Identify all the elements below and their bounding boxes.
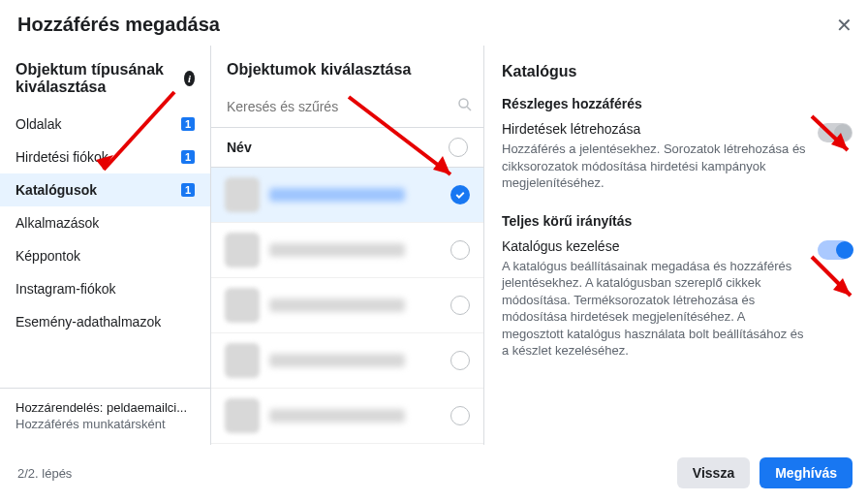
object-select-title: Objektumok kiválasztása — [211, 46, 483, 90]
row-checkbox[interactable] — [450, 296, 470, 315]
object-name — [269, 188, 405, 202]
row-checkbox[interactable] — [450, 240, 470, 260]
sidebar-item-pages[interactable]: Oldalak 1 — [0, 108, 210, 141]
object-row[interactable] — [211, 333, 483, 389]
object-thumb — [225, 398, 260, 433]
svg-line-1 — [467, 107, 471, 110]
sidebar-item-apps[interactable]: Alkalmazások — [0, 206, 210, 239]
sidebar-item-label: Hirdetési fiókok — [16, 149, 108, 165]
assignee-line: Hozzárendelés: peldaemailci... — [16, 400, 195, 415]
close-icon: ✕ — [836, 15, 852, 36]
object-name — [269, 243, 405, 257]
perm-manage-catalog-desc: A katalógus beállításainak megadása és h… — [502, 258, 806, 360]
sidebar-item-label: Oldalak — [16, 116, 61, 132]
object-row[interactable] — [211, 278, 483, 333]
perm-create-ads-desc: Hozzáférés a jelentésekhez. Sorozatok lé… — [502, 141, 806, 192]
sidebar-item-instagram[interactable]: Instagram-fiókok — [0, 272, 210, 305]
sidebar-item-label: Instagram-fiókok — [16, 281, 115, 297]
perm-manage-catalog-title: Katalógus kezelése — [502, 238, 806, 254]
row-checkbox[interactable] — [450, 351, 470, 370]
checkmark-icon — [450, 185, 470, 204]
full-control-header: Teljes körű irányítás — [502, 213, 852, 229]
object-type-panel: Objektum típusának kiválasztása i Oldala… — [0, 46, 211, 445]
partial-access-header: Részleges hozzáférés — [502, 96, 852, 111]
object-select-panel: Objektumok kiválasztása Név — [211, 46, 484, 445]
object-row[interactable] — [211, 168, 483, 223]
svg-point-0 — [459, 99, 468, 108]
object-name — [269, 354, 405, 367]
info-icon[interactable]: i — [184, 71, 195, 86]
sidebar-item-label: Alkalmazások — [16, 215, 99, 231]
sidebar-item-label: Esemény-adathalmazok — [16, 314, 161, 329]
count-badge: 1 — [181, 117, 195, 131]
object-thumb — [225, 233, 260, 267]
modal-title: Hozzáférés megadása — [17, 14, 220, 36]
step-indicator: 2/2. lépés — [17, 466, 72, 481]
assignment-summary: Hozzárendelés: peldaemailci... Hozzáféré… — [0, 388, 210, 445]
object-row[interactable] — [211, 223, 483, 278]
access-role-line: Hozzáférés munkatársként — [16, 417, 195, 431]
sidebar-item-label: Képpontok — [16, 248, 80, 264]
search-input[interactable] — [227, 99, 456, 114]
toggle-create-ads[interactable] — [818, 123, 852, 142]
object-name — [269, 298, 405, 312]
row-checkbox[interactable] — [450, 406, 470, 425]
toggle-manage-catalog[interactable] — [818, 240, 852, 260]
back-button[interactable]: Vissza — [677, 457, 750, 488]
object-row[interactable] — [211, 389, 483, 444]
object-thumb — [225, 343, 260, 378]
close-button[interactable]: ✕ — [836, 16, 852, 35]
search-icon — [456, 96, 474, 117]
object-thumb — [225, 177, 260, 212]
sidebar-item-label: Katalógusok — [16, 182, 97, 198]
permissions-panel: Katalógus Részleges hozzáférés Hirdetése… — [484, 46, 868, 445]
sidebar-item-event-datasets[interactable]: Esemény-adathalmazok — [0, 305, 210, 338]
count-badge: 1 — [181, 150, 195, 164]
select-all-checkbox[interactable] — [449, 138, 468, 157]
sidebar-item-pixels[interactable]: Képpontok — [0, 239, 210, 272]
object-thumb — [225, 288, 260, 323]
count-badge: 1 — [181, 183, 195, 197]
object-type-title: Objektum típusának kiválasztása — [16, 61, 184, 96]
sidebar-item-catalogs[interactable]: Katalógusok 1 — [0, 173, 210, 206]
name-column-header: Név — [227, 140, 252, 155]
perm-create-ads-title: Hirdetések létrehozása — [502, 121, 806, 137]
sidebar-item-ad-accounts[interactable]: Hirdetési fiókok 1 — [0, 141, 210, 173]
object-name — [269, 409, 405, 423]
invite-button[interactable]: Meghívás — [760, 457, 852, 488]
asset-type-title: Katalógus — [502, 63, 852, 80]
